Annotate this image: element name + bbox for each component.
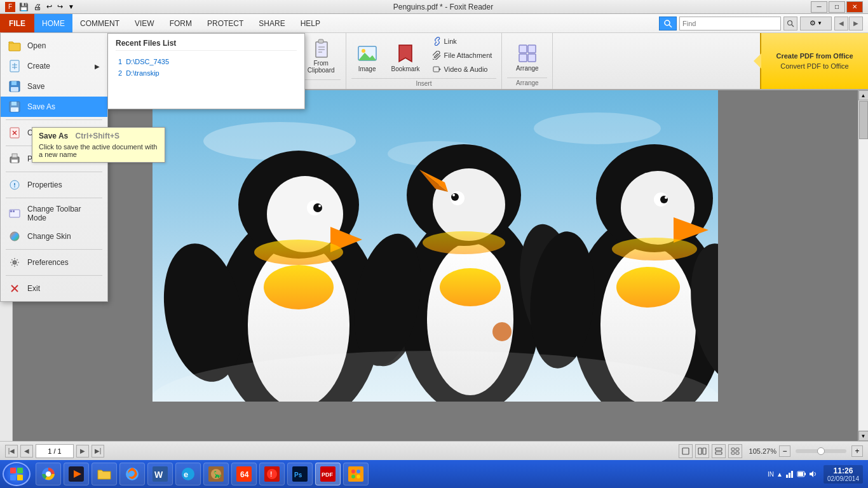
from-clipboard-button[interactable]: From Clipboard <box>302 35 341 77</box>
search-submit-button[interactable] <box>783 17 797 30</box>
zoom-slider-thumb[interactable] <box>817 447 825 455</box>
minimize-button[interactable]: ─ <box>811 1 827 13</box>
zoom-out-status-button[interactable]: − <box>779 445 790 457</box>
page-input[interactable] <box>36 444 74 458</box>
word-icon: W <box>153 466 168 482</box>
scroll-down-button[interactable]: ▼ <box>858 431 869 441</box>
taskbar-firefox[interactable] <box>119 463 145 485</box>
file-attachment-button[interactable]: File Attachment <box>428 49 497 62</box>
view-mode-1-button[interactable] <box>679 444 693 458</box>
media-player-icon <box>69 466 84 482</box>
svg-rect-91 <box>715 452 722 454</box>
zoom-level-display: 105.27% <box>745 447 776 455</box>
last-page-button[interactable]: ▶| <box>92 445 104 458</box>
taskbar-folder[interactable] <box>92 463 117 485</box>
scroll-track[interactable] <box>859 101 868 430</box>
taskbar-word[interactable]: W <box>147 463 173 485</box>
menu-file[interactable]: FILE <box>0 14 34 32</box>
redo-icon[interactable]: ↪ <box>56 3 64 11</box>
taskbar-media-player[interactable] <box>64 463 89 485</box>
forward-button[interactable]: ▶ <box>849 17 863 30</box>
search-input[interactable] <box>679 17 781 30</box>
image-button[interactable]: Image <box>351 41 383 76</box>
menu-view[interactable]: VIEW <box>127 14 162 32</box>
menu-protect[interactable]: PROTECT <box>200 14 251 32</box>
taskbar-ie[interactable]: e <box>175 463 201 485</box>
tray-up-arrow-icon[interactable]: ▲ <box>776 471 783 478</box>
view-mode-3-button[interactable] <box>712 444 726 458</box>
chrome-icon <box>41 466 56 482</box>
create-pdf-banner[interactable]: Create PDF from Office Convert PDF to Of… <box>760 33 868 89</box>
menu-share[interactable]: SHARE <box>251 14 292 32</box>
quick-print-icon[interactable]: 🖨 <box>32 3 43 11</box>
menu-help[interactable]: HELP <box>293 14 328 32</box>
vertical-scrollbar[interactable]: ▲ ▼ <box>858 90 868 441</box>
status-bar: |◀ ◀ ▶ ▶| 105.27% − + <box>0 441 868 460</box>
file-properties-item[interactable]: Properties <box>1 175 107 195</box>
svg-rect-105 <box>11 102 17 105</box>
bookmark-button[interactable]: Bookmark <box>386 41 426 76</box>
svg-point-73 <box>423 231 505 254</box>
clock-date: 02/09/2014 <box>827 475 859 482</box>
start-button[interactable] <box>3 462 31 486</box>
scroll-thumb[interactable] <box>859 101 868 139</box>
file-open-item[interactable]: Open <box>1 36 107 56</box>
svg-point-70 <box>492 322 512 341</box>
file-change-skin-item[interactable]: Change Skin <box>1 226 107 247</box>
taskbar-photoshop[interactable]: Ps <box>287 463 313 485</box>
view-mode-4-button[interactable] <box>728 444 742 458</box>
menu-divider-5 <box>6 249 102 250</box>
taskbar-pdf[interactable]: PDF <box>315 463 341 485</box>
gear-icon: ⚙ <box>810 19 816 27</box>
quick-save-icon[interactable]: 💾 <box>18 3 30 11</box>
view-mode-2-button[interactable] <box>695 444 709 458</box>
undo-icon[interactable]: ↩ <box>45 3 53 11</box>
customize-icon[interactable]: ▼ <box>67 3 76 10</box>
nav-buttons: ◀ ▶ <box>834 17 863 30</box>
svg-rect-156 <box>791 471 793 478</box>
maximize-button[interactable]: □ <box>829 1 845 13</box>
taskbar-chrome[interactable] <box>36 463 61 485</box>
file-save-item[interactable]: Save <box>1 76 107 97</box>
arrange-button[interactable]: Arrange <box>510 40 545 75</box>
file-preferences-item[interactable]: Preferences <box>1 252 107 273</box>
menu-home[interactable]: HOME <box>34 14 72 32</box>
taskbar-app6[interactable]: 64 <box>231 463 257 485</box>
file-change-toolbar-item[interactable]: Change Toolbar Mode <box>1 201 107 226</box>
recent-file-2-path: D:\transkip <box>126 69 159 77</box>
menu-comment[interactable]: COMMENT <box>72 14 127 32</box>
search-settings-button[interactable]: ⚙ ▼ <box>800 17 832 30</box>
svg-point-64 <box>433 168 505 241</box>
zoom-slider[interactable] <box>796 449 846 453</box>
first-page-button[interactable]: |◀ <box>5 445 18 458</box>
file-save-as-item[interactable]: + Save As <box>1 97 107 117</box>
taskbar-game[interactable]: 🦕 <box>203 463 229 485</box>
recent-file-1-path: D:\DSC_7435 <box>126 58 169 65</box>
clock[interactable]: 11:26 02/09/2014 <box>824 465 863 484</box>
file-create-item[interactable]: Create ▶ <box>1 56 107 76</box>
back-button[interactable]: ◀ <box>834 17 848 30</box>
svg-point-76 <box>616 267 680 308</box>
video-audio-button[interactable]: Video & Audio <box>428 63 497 76</box>
menu-form[interactable]: FORM <box>162 14 200 32</box>
print-icon <box>8 152 21 165</box>
scroll-up-button[interactable]: ▲ <box>858 90 869 100</box>
recent-file-2[interactable]: 2 D:\transkip <box>116 67 297 79</box>
taskbar-app7[interactable]: ! <box>259 463 285 485</box>
taskbar-paint[interactable] <box>343 463 369 485</box>
prev-page-button[interactable]: ◀ <box>20 445 33 458</box>
toolbar-icon <box>8 207 21 220</box>
search-icon-button[interactable] <box>659 17 677 30</box>
svg-text:PDF: PDF <box>322 471 334 478</box>
title-bar: F 💾 🖨 ↩ ↪ ▼ Penguins.pdf * - Foxit Reade… <box>0 0 868 14</box>
link-button[interactable]: Link <box>428 35 497 48</box>
file-attachment-icon <box>433 51 442 60</box>
create-pdf-line1: Create PDF from Office <box>776 52 853 60</box>
zoom-in-status-button[interactable]: + <box>851 445 863 457</box>
next-page-button[interactable]: ▶ <box>76 445 89 458</box>
file-exit-item[interactable]: Exit <box>1 278 107 299</box>
svg-line-3 <box>792 25 794 27</box>
close-button[interactable]: ✕ <box>846 1 863 13</box>
create-pdf-line2: Convert PDF to Office <box>780 62 848 70</box>
recent-file-1[interactable]: 1 D:\DSC_7435 <box>116 56 297 67</box>
